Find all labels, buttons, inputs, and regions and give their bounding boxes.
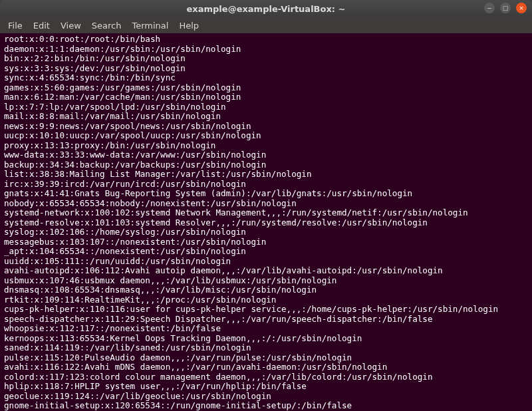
terminal-line: saned:x:114:119::/var/lib/saned:/usr/sbi… (4, 343, 528, 353)
menu-edit[interactable]: Edit (29, 19, 54, 32)
terminal-line: mail:x:8:8:mail:/var/mail:/usr/sbin/nolo… (4, 112, 528, 122)
terminal-area[interactable]: root:x:0:0:root:/root:/bin/bashdaemon:x:… (0, 33, 532, 411)
terminal-line: backup:x:34:34:backup:/var/backups:/usr/… (4, 160, 528, 170)
terminal-line: avahi-autoipd:x:106:112:Avahi autoip dae… (4, 266, 528, 276)
terminal-line: uuidd:x:105:111::/run/uuidd:/usr/sbin/no… (4, 257, 528, 267)
terminal-line: list:x:38:38:Mailing List Manager:/var/l… (4, 170, 528, 180)
terminal-line: games:x:5:60:games:/usr/games:/usr/sbin/… (4, 83, 528, 93)
menu-view[interactable]: View (57, 19, 85, 32)
terminal-line: irc:x:39:39:ircd:/var/run/ircd:/usr/sbin… (4, 180, 528, 190)
window-titlebar: example@example-VirtualBox: ~ − □ × (0, 0, 532, 17)
terminal-line: avahi:x:116:122:Avahi mDNS daemon,,,:/va… (4, 362, 528, 372)
terminal-line: sync:x:4:65534:sync:/bin:/bin/sync (4, 73, 528, 83)
window-title: example@example-VirtualBox: ~ (187, 4, 346, 14)
menu-search[interactable]: Search (88, 19, 126, 32)
terminal-line: _apt:x:104:65534::/nonexistent:/usr/sbin… (4, 247, 528, 257)
window-controls: − □ × (484, 3, 527, 13)
terminal-line: geoclue:x:119:124::/var/lib/geoclue:/usr… (4, 392, 528, 402)
menu-help[interactable]: Help (175, 19, 203, 32)
terminal-line: hplip:x:118:7:HPLIP system user,,,:/var/… (4, 382, 528, 392)
close-button[interactable]: × (516, 3, 527, 13)
terminal-line: proxy:x:13:13:proxy:/bin:/usr/sbin/nolog… (4, 141, 528, 151)
terminal-line: usbmux:x:107:46:usbmux daemon,,,:/var/li… (4, 276, 528, 286)
terminal-line: gnome-initial-setup:x:120:65534::/run/gn… (4, 401, 528, 411)
menu-file[interactable]: File (4, 19, 27, 32)
terminal-line: rtkit:x:109:114:RealtimeKit,,,:/proc:/us… (4, 295, 528, 305)
terminal-line: daemon:x:1:1:daemon:/usr/sbin:/usr/sbin/… (4, 45, 528, 55)
maximize-button[interactable]: □ (500, 3, 511, 13)
terminal-line: cups-pk-helper:x:110:116:user for cups-p… (4, 305, 528, 315)
terminal-line: nobody:x:65534:65534:nobody:/nonexistent… (4, 199, 528, 209)
terminal-line: colord:x:117:123:colord colour managemen… (4, 372, 528, 382)
terminal-line: bin:x:2:2:bin:/bin:/usr/sbin/nologin (4, 54, 528, 64)
terminal-line: speech-dispatcher:x:111:29:Speech Dispat… (4, 315, 528, 325)
minimize-button[interactable]: − (484, 3, 495, 13)
menu-bar: File Edit View Search Terminal Help (0, 17, 532, 33)
terminal-line: pulse:x:115:120:PulseAudio daemon,,,:/va… (4, 353, 528, 363)
terminal-line: whoopsie:x:112:117::/nonexistent:/bin/fa… (4, 324, 528, 334)
terminal-line: lp:x:7:7:lp:/var/spool/lpd:/usr/sbin/nol… (4, 102, 528, 112)
terminal-line: root:x:0:0:root:/root:/bin/bash (4, 35, 528, 45)
terminal-line: messagebus:x:103:107::/nonexistent:/usr/… (4, 237, 528, 247)
terminal-line: systemd-resolve:x:101:103:systemd Resolv… (4, 218, 528, 228)
terminal-line: uucp:x:10:10:uucp:/var/spool/uucp:/usr/s… (4, 131, 528, 141)
terminal-line: news:x:9:9:news:/var/spool/news:/usr/sbi… (4, 122, 528, 132)
terminal-line: gnats:x:41:41:Gnats Bug-Reporting System… (4, 189, 528, 199)
terminal-line: dnsmasq:x:108:65534:dnsmasq,,,:/var/lib/… (4, 285, 528, 295)
terminal-line: sys:x:3:3:sys:/dev:/usr/sbin/nologin (4, 64, 528, 74)
terminal-line: kernoops:x:113:65534:Kernel Oops Trackin… (4, 334, 528, 344)
terminal-line: man:x:6:12:man:/var/cache/man:/usr/sbin/… (4, 92, 528, 102)
terminal-line: systemd-network:x:100:102:systemd Networ… (4, 208, 528, 218)
menu-terminal[interactable]: Terminal (128, 19, 172, 32)
terminal-line: syslog:x:102:106::/home/syslog:/usr/sbin… (4, 227, 528, 237)
terminal-line: www-data:x:33:33:www-data:/var/www:/usr/… (4, 150, 528, 160)
